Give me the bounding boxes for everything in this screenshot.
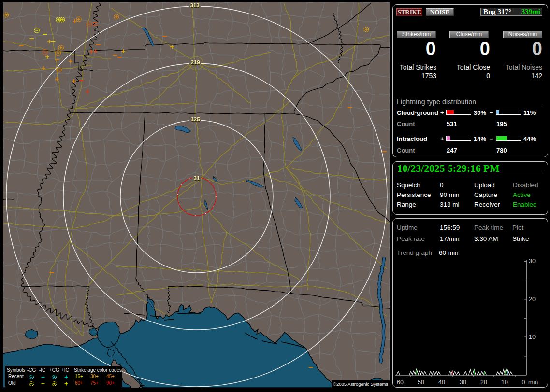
- svg-text:40: 40: [438, 379, 445, 386]
- svg-text:min: min: [528, 379, 538, 386]
- svg-text:10: 10: [529, 334, 536, 340]
- svg-text:30: 30: [460, 379, 466, 386]
- svg-text:10: 10: [501, 379, 508, 386]
- svg-text:20: 20: [529, 296, 536, 303]
- svg-text:50: 50: [418, 379, 424, 386]
- svg-text:20: 20: [480, 379, 487, 386]
- svg-text:60: 60: [397, 379, 404, 386]
- svg-text:30: 30: [529, 258, 536, 265]
- svg-text:0: 0: [522, 379, 525, 386]
